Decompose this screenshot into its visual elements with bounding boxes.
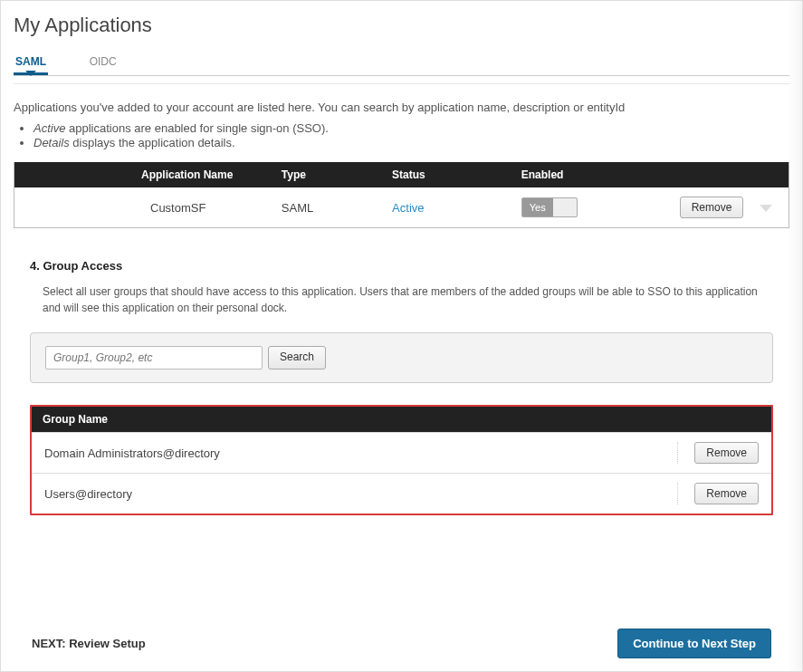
- table-row: CustomSF SAML Active Yes Remove: [14, 187, 789, 228]
- intro-bullet: Details displays the application details…: [33, 136, 789, 149]
- groups-table-header: Group Name: [32, 407, 771, 432]
- remove-group-button[interactable]: Remove: [694, 442, 759, 464]
- col-application-name: Application Name: [14, 162, 272, 187]
- search-panel: Search: [30, 332, 773, 383]
- cell-actions: Remove: [641, 187, 789, 228]
- status-link[interactable]: Active: [392, 201, 424, 215]
- page-title: My Applications: [14, 14, 789, 37]
- section-title: 4. Group Access: [30, 259, 773, 273]
- tab-saml[interactable]: SAML: [14, 50, 48, 75]
- cell-application-name: CustomSF: [14, 187, 272, 228]
- intro-text: Applications you've added to your accoun…: [14, 101, 789, 114]
- col-actions: [641, 162, 789, 187]
- group-search-input[interactable]: [45, 346, 263, 370]
- next-step-label: NEXT: Review Setup: [32, 637, 146, 650]
- group-row: Users@directory Remove: [32, 473, 771, 514]
- enabled-toggle[interactable]: Yes: [521, 197, 578, 217]
- col-type: Type: [272, 162, 383, 187]
- expand-row-icon[interactable]: [760, 205, 772, 212]
- cell-type: SAML: [272, 187, 383, 228]
- page-container: My Applications SAML OIDC Applications y…: [0, 0, 803, 672]
- group-name: Domain Administrators@directory: [44, 446, 220, 460]
- table-header-row: Application Name Type Status Enabled: [14, 162, 789, 187]
- col-status: Status: [383, 162, 512, 187]
- intro-bullet: Active applications are enabled for sing…: [33, 121, 789, 135]
- toggle-yes-label: Yes: [522, 198, 553, 216]
- remove-group-button[interactable]: Remove: [694, 483, 759, 504]
- cell-enabled: Yes: [512, 187, 642, 228]
- group-row: Domain Administrators@directory Remove: [32, 432, 771, 473]
- group-name: Users@directory: [44, 487, 132, 501]
- applications-table: Application Name Type Status Enabled Cus…: [14, 162, 789, 228]
- groups-table: Group Name Domain Administrators@directo…: [30, 405, 773, 515]
- divider: [14, 83, 789, 84]
- col-enabled: Enabled: [512, 162, 642, 187]
- continue-button[interactable]: Continue to Next Step: [617, 629, 771, 658]
- section-description: Select all user groups that should have …: [43, 283, 773, 316]
- remove-app-button[interactable]: Remove: [680, 197, 744, 218]
- footer: NEXT: Review Setup Continue to Next Step: [1, 629, 802, 658]
- tab-oidc[interactable]: OIDC: [88, 50, 119, 75]
- intro-bullets: Active applications are enabled for sing…: [33, 121, 789, 149]
- search-button[interactable]: Search: [268, 346, 326, 370]
- cell-status: Active: [383, 187, 512, 228]
- tab-bar: SAML OIDC: [14, 50, 789, 76]
- group-access-section: 4. Group Access Select all user groups t…: [30, 259, 773, 515]
